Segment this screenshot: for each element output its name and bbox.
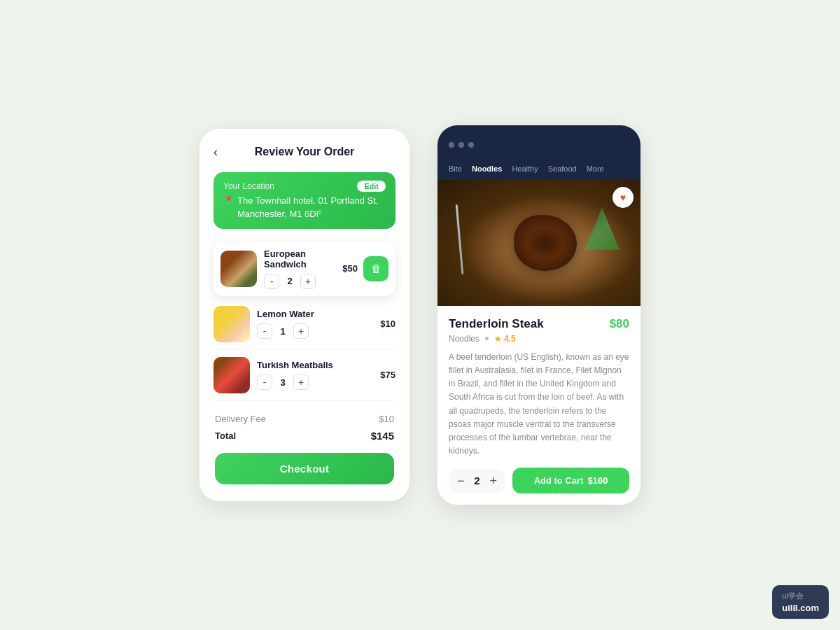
dot bbox=[468, 142, 474, 148]
location-bar: Your Location Edit 📍 The Townhall hotel,… bbox=[214, 172, 396, 228]
qty-number: 2 bbox=[472, 475, 483, 486]
food-meta: Noodles ★ 4.5 bbox=[449, 334, 629, 344]
order-review-card: ‹ Review Your Order Your Location Edit 📍… bbox=[200, 129, 410, 500]
item-price: $10 bbox=[380, 318, 396, 329]
delivery-fee-row: Delivery Fee $10 bbox=[215, 414, 394, 424]
delete-item-button[interactable]: 🗑 bbox=[363, 256, 388, 281]
detail-nav: Bite Noodles Healthy Seafood More bbox=[438, 164, 640, 180]
rating-value: 4.5 bbox=[504, 334, 516, 344]
qty-increase-button[interactable]: + bbox=[300, 274, 316, 289]
qty-plus-button[interactable]: + bbox=[490, 475, 498, 487]
food-price: $80 bbox=[610, 317, 629, 331]
qty-decrease-button[interactable]: - bbox=[257, 323, 272, 339]
meta-dot bbox=[485, 337, 489, 340]
location-label: Your Location bbox=[223, 181, 274, 191]
detail-actions: − 2 + Add to Cart $160 bbox=[449, 468, 629, 496]
food-title: Tenderloin Steak bbox=[449, 317, 544, 331]
total-value: $145 bbox=[371, 430, 394, 442]
favorite-button[interactable]: ♥ bbox=[612, 187, 634, 208]
food-description: A beef tenderloin (US English), known as… bbox=[449, 351, 629, 458]
cart-price: $160 bbox=[587, 475, 608, 486]
nav-item-seafood[interactable]: Seafood bbox=[548, 164, 577, 173]
delivery-fee-value: $10 bbox=[379, 414, 394, 424]
order-item: European Sandwich - 2 + $50 🗑 bbox=[214, 241, 396, 296]
watermark-site: uil8.com bbox=[782, 603, 819, 613]
item-name: Turkish Meatballs bbox=[257, 360, 374, 370]
order-title: Review Your Order bbox=[255, 146, 355, 158]
add-to-cart-label: Add to Cart bbox=[534, 475, 584, 486]
location-address: The Townhall hotel, 01 Portland St, Manc… bbox=[237, 195, 386, 220]
item-name: European Sandwich bbox=[264, 248, 337, 270]
item-info: Lemon Water - 1 + bbox=[257, 309, 374, 339]
nav-item-noodles[interactable]: Noodles bbox=[472, 164, 502, 173]
trash-icon: 🗑 bbox=[371, 262, 382, 274]
order-items-list: European Sandwich - 2 + $50 🗑 Lemon Wate… bbox=[214, 241, 396, 401]
top-bar bbox=[438, 125, 640, 164]
item-image-meatballs bbox=[214, 357, 250, 393]
total-row: Total $145 bbox=[215, 430, 394, 442]
qty-increase-button[interactable]: + bbox=[293, 323, 309, 339]
item-price: $75 bbox=[380, 370, 396, 380]
heart-icon: ♥ bbox=[620, 192, 626, 203]
item-image-sandwich bbox=[220, 251, 257, 287]
qty-value: 3 bbox=[278, 377, 288, 388]
item-qty-row: - 1 + bbox=[257, 323, 374, 339]
item-qty-row: - 2 + bbox=[264, 274, 337, 289]
location-label-row: Your Location Edit bbox=[223, 181, 386, 192]
food-detail-body: Tenderloin Steak $80 Noodles ★ 4.5 A bee… bbox=[438, 306, 640, 505]
item-price: $50 bbox=[342, 263, 358, 274]
steak-shape bbox=[514, 215, 577, 271]
checkout-button[interactable]: Checkout bbox=[215, 453, 394, 484]
order-item: Turkish Meatballs - 3 + $75 bbox=[214, 350, 396, 401]
delivery-fee-label: Delivery Fee bbox=[215, 414, 266, 424]
back-button[interactable]: ‹ bbox=[214, 145, 218, 160]
quantity-control: − 2 + bbox=[449, 469, 505, 493]
item-image-lemon bbox=[214, 306, 250, 342]
item-info: Turkish Meatballs - 3 + bbox=[257, 360, 374, 390]
stars-row: ★ 4.5 bbox=[494, 334, 516, 344]
food-image-inner bbox=[438, 180, 640, 306]
order-header: ‹ Review Your Order bbox=[214, 146, 396, 158]
total-label: Total bbox=[215, 430, 236, 441]
qty-decrease-button[interactable]: - bbox=[257, 374, 272, 390]
qty-minus-button[interactable]: − bbox=[457, 475, 465, 487]
detail-title-row: Tenderloin Steak $80 bbox=[449, 317, 629, 331]
add-to-cart-button[interactable]: Add to Cart $160 bbox=[512, 468, 629, 493]
totals-section: Delivery Fee $10 Total $145 Checkout bbox=[214, 414, 396, 484]
dot bbox=[449, 142, 454, 148]
top-bar-dots bbox=[449, 142, 474, 148]
watermark: ui学会 uil8.com bbox=[772, 585, 829, 619]
location-pin-icon: 📍 bbox=[223, 195, 234, 205]
item-info: European Sandwich - 2 + bbox=[264, 248, 337, 289]
order-item: Lemon Water - 1 + $10 bbox=[214, 299, 396, 350]
qty-value: 2 bbox=[285, 276, 295, 286]
qty-increase-button[interactable]: + bbox=[293, 374, 309, 390]
watermark-top: ui学会 bbox=[782, 591, 819, 601]
food-detail-card: Bite Noodles Healthy Seafood More ♥ Tend… bbox=[438, 125, 640, 505]
edit-location-button[interactable]: Edit bbox=[357, 181, 386, 192]
nav-item-healthy[interactable]: Healthy bbox=[512, 164, 538, 173]
qty-value: 1 bbox=[278, 326, 288, 337]
item-name: Lemon Water bbox=[257, 309, 374, 319]
qty-decrease-button[interactable]: - bbox=[264, 274, 279, 289]
location-address-row: 📍 The Townhall hotel, 01 Portland St, Ma… bbox=[223, 195, 386, 220]
star-icon: ★ bbox=[494, 334, 502, 344]
nav-item-bite[interactable]: Bite bbox=[449, 164, 462, 173]
item-qty-row: - 3 + bbox=[257, 374, 374, 390]
food-category: Noodles bbox=[449, 334, 479, 344]
nav-item-more[interactable]: More bbox=[587, 164, 604, 173]
dot bbox=[458, 142, 464, 148]
food-image: ♥ bbox=[438, 180, 640, 306]
